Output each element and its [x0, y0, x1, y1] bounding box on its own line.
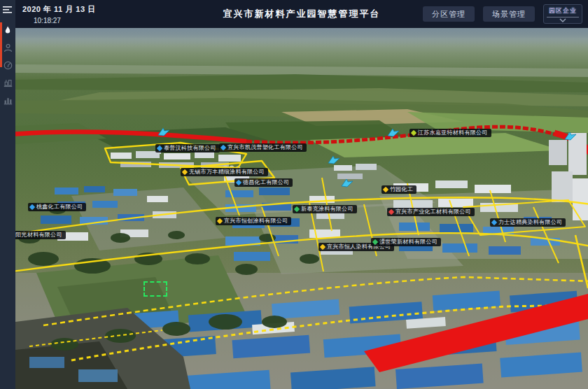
drone-marker-icon[interactable] [158, 127, 170, 136]
company-label[interactable]: 泰普汉科技有限公司 [155, 144, 220, 153]
company-label[interactable]: 桃鑫化工有限公司 [28, 203, 86, 211]
company-label-icon [383, 187, 388, 192]
company-label[interactable]: 宜兴市凯茂普塑化工有限公司 [219, 143, 307, 152]
company-label[interactable]: 竹园化工 [382, 185, 416, 194]
drone-marker-icon[interactable] [341, 178, 354, 188]
company-label-icon [182, 169, 188, 175]
company-label-text: 泰普汉科技有限公司 [164, 146, 216, 151]
company-label-icon [411, 130, 416, 136]
bar-chart-icon[interactable] [3, 95, 13, 105]
company-label-icon [294, 206, 300, 212]
current-time: 10:18:27 [22, 17, 96, 24]
company-label-icon [372, 239, 378, 245]
zone-management-button[interactable]: 分区管理 [423, 6, 475, 22]
company-label-icon [320, 244, 326, 250]
company-label[interactable]: 力士达精典染料有限公司 [490, 218, 566, 227]
company-label-text: 兴阳光材料有限公司 [15, 232, 62, 238]
gauge-icon[interactable] [3, 60, 13, 70]
dropdown-label: 园区企业 [549, 6, 577, 15]
company-label-icon [220, 145, 226, 150]
drone-marker-icon[interactable] [564, 132, 577, 141]
scene-management-button[interactable]: 场景管理 [483, 6, 535, 22]
company-label-text: 宜兴市凯茂普塑化工有限公司 [227, 145, 303, 150]
company-label-text: 力士达精典染料有限公司 [498, 220, 562, 225]
drone-marker-icon[interactable] [328, 155, 340, 164]
company-label-text: 江苏永嘉亚特材料有限公司 [418, 130, 488, 136]
map-overlay-layer: 泰普汉科技有限公司 宜兴市凯茂普塑化工有限公司 无锡市万丰精细涂料有限公司 江苏… [15, 28, 588, 389]
company-label[interactable]: 德昌化工有限公司 [234, 178, 293, 187]
drone-marker-icon[interactable] [387, 128, 400, 137]
company-label-text: 宜兴市恒创涂料有限公司 [224, 218, 288, 224]
company-label-icon [491, 220, 497, 225]
dropdown-divider [547, 17, 579, 17]
person-icon[interactable] [3, 43, 13, 52]
chevron-down-icon [559, 18, 566, 22]
datetime-block: 2020 年 11 月 13 日 10:18:27 [22, 4, 96, 24]
top-bar: 2020 年 11 月 13 日 10:18:27 宜兴市新材料产业园智慧管理平… [15, 0, 588, 28]
parcel-selection-box [144, 281, 167, 297]
company-label[interactable]: 江苏永嘉亚特材料有限公司 [410, 129, 491, 137]
park-enterprise-dropdown[interactable]: 园区企业 [543, 4, 582, 24]
sidebar-accent-strip [0, 22, 2, 67]
company-label-icon [217, 218, 223, 224]
company-label-text: 德昌化工有限公司 [243, 180, 289, 185]
company-label-text: 新泰克涂料有限公司 [301, 206, 354, 212]
menu-icon[interactable] [3, 4, 13, 17]
fire-icon[interactable] [3, 25, 13, 35]
company-label[interactable]: 宜兴市恒创涂料有限公司 [216, 217, 291, 225]
topbar-controls: 分区管理 场景管理 园区企业 [423, 4, 582, 24]
company-label[interactable]: 兴阳光材料有限公司 [15, 231, 66, 239]
company-label-icon [236, 180, 241, 185]
company-label[interactable]: 宜兴市产业化工材料有限公司 [387, 208, 475, 216]
left-sidebar [0, 0, 15, 389]
company-label-text: 桃鑫化工有限公司 [36, 204, 83, 210]
company-label[interactable]: 新泰克涂料有限公司 [293, 205, 357, 213]
current-date: 2020 年 11 月 13 日 [22, 4, 96, 15]
company-label-text: 宜兴市产业化工材料有限公司 [396, 209, 471, 215]
company-label-icon [29, 204, 35, 210]
company-label-text: 溧世荣新材料有限公司 [379, 239, 438, 245]
company-label-text: 竹园化工 [390, 187, 413, 192]
map-3d-viewport[interactable]: 泰普汉科技有限公司 宜兴市凯茂普塑化工有限公司 无锡市万丰精细涂料有限公司 江苏… [15, 28, 588, 389]
company-label[interactable]: 无锡市万丰精细涂料有限公司 [181, 168, 268, 176]
company-label-icon [388, 209, 394, 215]
company-label[interactable]: 溧世荣新材料有限公司 [371, 238, 441, 246]
factory-icon[interactable] [3, 78, 13, 87]
app-window: 2020 年 11 月 13 日 10:18:27 宜兴市新材料产业园智慧管理平… [0, 0, 588, 389]
company-label-text: 无锡市万丰精细涂料有限公司 [189, 169, 265, 175]
company-label-icon [157, 146, 162, 151]
